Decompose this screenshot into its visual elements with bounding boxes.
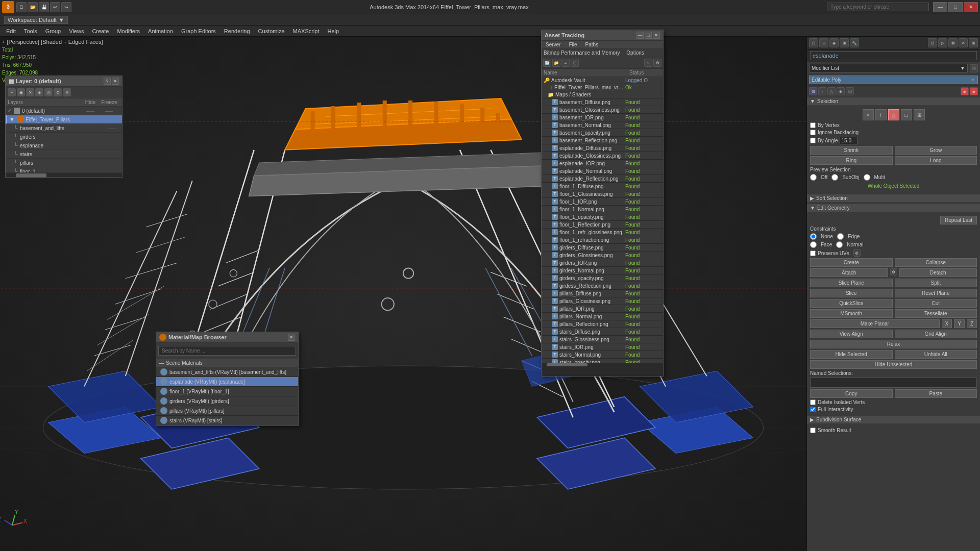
subdivision-surface-header[interactable]: ▶ Subdivision Surface <box>807 416 980 423</box>
copy-button[interactable]: Copy <box>810 389 893 398</box>
asset-list-button[interactable]: ≡ <box>561 59 570 67</box>
menu-rendering[interactable]: Rendering <box>220 27 254 35</box>
mod-tool-1[interactable]: ⊡ <box>809 87 817 95</box>
menu-help[interactable]: Help <box>324 27 344 35</box>
loop-button[interactable]: Loop <box>895 156 977 165</box>
mod-tool-2[interactable]: ◦ <box>818 87 826 95</box>
menu-maxscript[interactable]: MAXScript <box>289 27 324 35</box>
shrink-button[interactable]: Shrink <box>810 146 893 155</box>
layer-item[interactable]: ✓ 0 (default) —— —— <box>6 107 122 115</box>
make-planar-button[interactable]: Make Planar <box>810 319 940 328</box>
redo-button[interactable]: ↪ <box>61 2 71 12</box>
vertex-select-button[interactable]: • <box>863 109 874 120</box>
layer-new-button[interactable]: + <box>8 88 16 96</box>
selection-section-header[interactable]: ▼ Selection <box>807 97 980 105</box>
asset-item[interactable]: T basement_Normal.png Found <box>542 121 663 129</box>
asset-item[interactable]: 🗋 Eiffel_Tower_Pillars_max_vray.max Ok <box>542 84 663 91</box>
undo-button[interactable]: ↩ <box>50 2 60 12</box>
rp-icon-9[interactable]: ✕ <box>959 38 968 47</box>
asset-item[interactable]: T esplanade_Glossiness.png Found <box>542 152 663 160</box>
material-item[interactable]: stairs (VRayMtl) [stairs] <box>156 416 298 425</box>
angle-input[interactable] <box>840 137 857 144</box>
asset-item[interactable]: T pillars_Reflection.png Found <box>542 320 663 328</box>
open-button[interactable]: 📂 <box>28 2 38 12</box>
asset-menu-paths[interactable]: Paths <box>581 41 603 48</box>
modifier-list-icon[interactable]: ⊞ <box>970 64 978 72</box>
asset-item[interactable]: T basement_Reflection.png Found <box>542 137 663 144</box>
asset-item[interactable]: T pillars_Diffuse.png Found <box>542 290 663 297</box>
ignore-backfacing-checkbox[interactable] <box>810 130 816 135</box>
constraint-edge-radio[interactable] <box>837 233 844 240</box>
rp-icon-5[interactable]: 🔧 <box>850 38 859 47</box>
material-item[interactable]: pillars (VRayMtl) [pillars] <box>156 406 298 416</box>
layers-close-button[interactable]: ✕ <box>112 78 119 85</box>
mod-tool-3[interactable]: △ <box>827 87 836 95</box>
layer-select-button[interactable]: ◈ <box>35 88 43 96</box>
asset-item[interactable]: T esplanade_Normal.png Found <box>542 167 663 175</box>
layer-item[interactable]: └ floor_1 <box>6 167 122 172</box>
asset-item[interactable]: T floor_1_Normal.png Found <box>542 206 663 213</box>
split-button[interactable]: Split <box>895 279 977 287</box>
asset-item[interactable]: T floor_1_Diffuse.png Found <box>542 183 663 190</box>
rp-icon-8[interactable]: ⊠ <box>948 38 958 47</box>
paste-button[interactable]: Paste <box>895 389 977 398</box>
preview-multi-radio[interactable] <box>864 174 870 181</box>
material-search-input[interactable] <box>158 346 296 356</box>
object-name-input[interactable] <box>810 51 977 60</box>
reset-plane-button[interactable]: Reset Plane <box>895 289 977 297</box>
attach-settings[interactable]: ⚙ <box>890 268 897 276</box>
layers-help-button[interactable]: ? <box>104 78 111 85</box>
grow-button[interactable]: Grow <box>895 146 977 155</box>
minimize-button[interactable]: — <box>933 2 947 12</box>
menu-views[interactable]: Views <box>65 27 88 35</box>
rp-icon-3[interactable]: ◈ <box>829 38 839 47</box>
attach-button[interactable]: Attach <box>810 268 888 277</box>
asset-item[interactable]: T girders_Glossiness.png Found <box>542 252 663 259</box>
mod-tool-6[interactable]: ■ <box>961 87 969 95</box>
asset-item[interactable]: T basement_IOR.png Found <box>542 114 663 121</box>
asset-item[interactable]: T stairs_Normal.png Found <box>542 351 663 359</box>
delete-isolated-checkbox[interactable] <box>810 399 816 405</box>
asset-item[interactable]: T girders_IOR.png Found <box>542 259 663 267</box>
cut-button[interactable]: Cut <box>895 299 977 308</box>
layer-item[interactable]: └ basement_and_lifts —— <box>6 124 122 133</box>
rp-icon-10[interactable]: ⊞ <box>969 38 978 47</box>
menu-create[interactable]: Create <box>88 27 113 35</box>
by-vertex-checkbox[interactable] <box>810 122 816 128</box>
save-button[interactable]: 💾 <box>39 2 49 12</box>
ring-button[interactable]: Ring <box>810 156 893 165</box>
asset-item[interactable]: T pillars_Normal.png Found <box>542 313 663 320</box>
unhide-all-button[interactable]: Unhide All <box>895 350 977 359</box>
asset-item[interactable]: T pillars_Glossiness.png Found <box>542 297 663 305</box>
asset-close-button[interactable]: ✕ <box>653 32 660 39</box>
asset-menu-file[interactable]: File <box>565 41 581 48</box>
z-button[interactable]: Z <box>967 319 977 328</box>
asset-folder-button[interactable]: 📁 <box>552 59 560 67</box>
tessellate-button[interactable]: Tessellate <box>895 309 977 318</box>
asset-item[interactable]: T stairs_Glossiness.png Found <box>542 336 663 343</box>
named-selections-input[interactable] <box>810 378 977 388</box>
layer-item[interactable]: └ esplanade <box>6 141 122 150</box>
quad-select-button[interactable]: □ <box>901 109 912 120</box>
menu-tools[interactable]: Tools <box>20 27 41 35</box>
asset-item[interactable]: T basement_opacity.png Found <box>542 129 663 137</box>
material-item[interactable]: esplanade (VRayMtl) [esplanade] <box>156 377 298 387</box>
asset-item[interactable]: T floor_1_refraction.png Found <box>542 236 663 244</box>
material-section-header[interactable]: — Scene Materials <box>156 359 298 367</box>
element-select-button[interactable]: ⊞ <box>914 109 925 120</box>
menu-animation[interactable]: Animation <box>144 27 177 35</box>
material-item[interactable]: girders (VRayMtl) [girders] <box>156 396 298 406</box>
asset-minimize-button[interactable]: — <box>636 32 644 39</box>
asset-item[interactable]: T basement_Glossiness.png Found <box>542 106 663 114</box>
layer-item[interactable]: └ pillars <box>6 159 122 167</box>
asset-item[interactable]: T stairs_Diffuse.png Found <box>542 328 663 336</box>
menu-customize[interactable]: Customize <box>254 27 289 35</box>
asset-item[interactable]: T floor_1_IOR.png Found <box>542 198 663 206</box>
layer-settings-button[interactable]: ⚙ <box>54 88 62 96</box>
rp-icon-1[interactable]: ⊡ <box>809 38 818 47</box>
asset-item[interactable]: T basement_Diffuse.png Found <box>542 98 663 106</box>
rp-icon-4[interactable]: ⊞ <box>840 38 849 47</box>
edge-select-button[interactable]: / <box>875 109 887 120</box>
create-button[interactable]: Create <box>810 258 893 267</box>
by-angle-checkbox[interactable] <box>810 138 816 143</box>
